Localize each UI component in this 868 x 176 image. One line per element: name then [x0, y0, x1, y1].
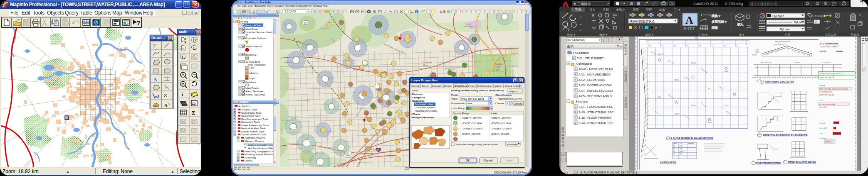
svg-text:8'-6": 8'-6": [685, 45, 688, 47]
svg-text:W8x10: W8x10: [795, 62, 800, 64]
svg-text:STL STAIR DETAIL: STL STAIR DETAIL: [791, 134, 808, 136]
svg-text:5: 5: [784, 160, 785, 162]
svg-text:8'-6": 8'-6": [660, 45, 663, 47]
svg-text:GENERAL STRUCTURAL NOTES S-16: GENERAL STRUCTURAL NOTES S-16: [820, 73, 843, 74]
svg-text:3-027ZB: 3-027ZB: [819, 50, 826, 52]
svg-text:?: ?: [136, 19, 140, 26]
svg-text:Σ: Σ: [192, 110, 195, 116]
svg-text:6x6: 6x6: [708, 88, 710, 89]
svg-text:A0-01 - ARCH SITE PLAN: A0-01 - ARCH SITE PLAN: [579, 68, 613, 71]
svg-text:6x6 P.T: 6x6 P.T: [658, 54, 663, 55]
svg-text:checked BY: checked BY: [819, 127, 828, 129]
svg-text:2x10: 2x10: [725, 71, 728, 72]
svg-text:12'-0": 12'-0": [698, 45, 701, 47]
svg-text:A: A: [685, 14, 693, 26]
svg-text:1: 1: [761, 80, 762, 82]
svg-text:REMARKS: REMARKS: [688, 143, 694, 144]
svg-text:SAMSTODS 2 项目审核: SAMSTODS 2 项目审核: [820, 77, 834, 78]
svg-text:线性 ▾: 线性 ▾: [712, 14, 720, 18]
svg-text:W 4x13 TYP ROOF: W 4x13 TYP ROOF: [775, 41, 790, 43]
svg-text:12: 12: [192, 102, 196, 105]
svg-text:多行文字: 多行文字: [683, 27, 695, 30]
svg-text:?: ?: [843, 2, 845, 5]
svg-text:6x6 P.T: 6x6 P.T: [675, 113, 680, 115]
svg-text:SEE DETAIL 3/S-16: SEE DETAIL 3/S-16: [774, 44, 786, 46]
svg-text:W8x10: W8x10: [691, 105, 696, 107]
svg-text:C1: C1: [673, 153, 675, 155]
svg-text:表格: 表格: [712, 26, 718, 29]
svg-text:2x10: 2x10: [725, 105, 728, 107]
svg-text:SAMSTODS 2 项目审核: SAMSTODS 2 项目审核: [819, 94, 835, 96]
svg-text:notes: notes: [819, 100, 823, 102]
svg-text:SECTIONS: SECTIONS: [819, 107, 827, 108]
svg-text:A-05 - SECTIONS AND D: A-05 - SECTIONS AND D: [579, 95, 612, 98]
svg-text:B1: B1: [673, 145, 675, 147]
svg-text:A: A: [153, 77, 157, 83]
svg-text:Structural: Structural: [576, 100, 588, 103]
svg-text:FIELD VERIFY ALL EXISTING COND: FIELD VERIFY ALL EXISTING CONDITIONS: [819, 88, 848, 90]
svg-text:S-16 - FLOOR FRAMING: S-16 - FLOOR FRAMING: [579, 116, 611, 119]
svg-text:STRUCT WALL STAIR SECTION: STRUCT WALL STAIR SECTION: [788, 161, 816, 163]
svg-text:S-01 - FOUNDATION PLA: S-01 - FOUNDATION PLA: [579, 105, 613, 108]
svg-text:J41 CYD7B0001R INC: J41 CYD7B0001R INC: [819, 42, 839, 44]
svg-text:2x8: 2x8: [680, 148, 682, 150]
svg-text:B3: B3: [673, 151, 675, 152]
svg-text:A-03 - DOORS WINDOW: A-03 - DOORS WINDOW: [579, 84, 612, 87]
svg-text:W8x10: W8x10: [691, 62, 696, 64]
svg-text:STAIR STRINGER SECTION: STAIR STRINGER SECTION: [756, 162, 781, 164]
svg-text:STRUCTURAL STAIR SECTION: STRUCTURAL STAIR SECTION: [763, 134, 790, 136]
svg-text:0: 0: [655, 26, 657, 29]
svg-text:S=16: S=16: [825, 140, 831, 143]
svg-text:10'-0": 10'-0": [673, 45, 676, 47]
svg-text:GENERAL NOTES: GENERAL NOTES: [660, 161, 676, 163]
svg-text:8'-6": 8'-6": [735, 45, 738, 47]
svg-text:revised: revised: [819, 84, 825, 86]
svg-text:10'-0": 10'-0": [723, 45, 726, 47]
svg-text:4: 4: [753, 161, 754, 163]
svg-text:6x6 POST TYP: 6x6 POST TYP: [761, 62, 771, 64]
svg-text:S-10 - STRUCTURAL SEC: S-10 - STRUCTURAL SEC: [579, 111, 613, 114]
svg-text:SIZE: SIZE: [680, 143, 683, 144]
svg-text:FLOOR FRAMING PLAN: FLOOR FRAMING PLAN: [819, 104, 836, 105]
svg-text:?: ?: [182, 82, 184, 86]
svg-text:S-14 - STRUCTURAL SEC: S-14 - STRUCTURAL SEC: [579, 122, 613, 125]
svg-text:插入: 插入: [737, 23, 743, 26]
svg-text:2x10: 2x10: [680, 145, 683, 147]
svg-text:2x10 @16"OC: 2x10 @16"OC: [821, 62, 831, 64]
svg-text:6x6: 6x6: [680, 153, 682, 155]
svg-text:?: ?: [157, 95, 160, 99]
svg-text:i: i: [182, 91, 183, 98]
svg-text:A-04 - REFLECTED CEILI: A-04 - REFLECTED CEILI: [579, 89, 613, 92]
svg-text:Architectural: Architectural: [576, 62, 592, 65]
svg-text:多重引线 ▾: 多重引线 ▾: [712, 20, 727, 24]
svg-text:A-02 - ELEVATIONS: A-02 - ELEVATIONS: [579, 78, 605, 81]
svg-text:3N07EEv: 3N07EEv: [836, 50, 843, 52]
svg-text:MARK: MARK: [673, 143, 677, 144]
svg-text:0: 0: [815, 20, 817, 23]
svg-text:T-01 - TITLE SHEET: T-01 - TITLE SHEET: [577, 57, 604, 60]
svg-text:B2: B2: [673, 148, 675, 150]
svg-text:?: ?: [168, 102, 171, 106]
svg-text:未保存的图层状态: 未保存的图层状态: [630, 20, 655, 23]
svg-text:A: A: [164, 103, 168, 108]
svg-text:scale: scale: [819, 132, 823, 134]
svg-text:IRD Addition: IRD Addition: [573, 51, 589, 54]
svg-text:ByLayer: ByLayer: [780, 28, 791, 31]
svg-text:W8x10: W8x10: [680, 151, 684, 152]
svg-text:sheet No: sheet No: [819, 122, 825, 124]
svg-text:2x10: 2x10: [658, 96, 661, 98]
svg-text:S. FLOOR FRAMING PLAN AND SECT: S. FLOOR FRAMING PLAN AND SECTIONS: [670, 137, 713, 139]
svg-text:LONGITUDINAL BLDG SECTION: LONGITUDINAL BLDG SECTION: [765, 81, 794, 83]
svg-text:8'-6": 8'-6": [710, 45, 713, 47]
svg-text:A-01 - MAIN AND SECO: A-01 - MAIN AND SECO: [579, 73, 611, 76]
svg-text:BO AND ASSOCIATES LLC: BO AND ASSOCIATES LLC: [821, 46, 839, 48]
svg-text:2: 2: [759, 133, 759, 135]
svg-text:12'-0": 12'-0": [648, 45, 651, 47]
svg-text:W8x10: W8x10: [675, 79, 679, 81]
svg-text:ByLayer: ByLayer: [772, 14, 784, 18]
svg-text:W8x10: W8x10: [708, 122, 712, 124]
svg-text:BY CONTRACTOR: BY CONTRACTOR: [819, 91, 832, 93]
svg-text:24': 24': [695, 37, 698, 38]
